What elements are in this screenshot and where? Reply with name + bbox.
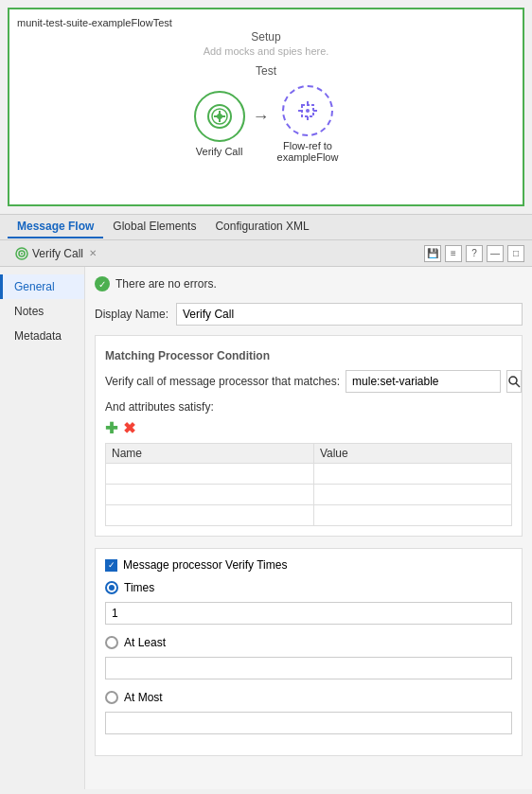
sidebar-item-metadata[interactable]: Metadata xyxy=(0,324,84,348)
action-btns: ✚ ✖ xyxy=(105,419,512,437)
status-text: There are no errors. xyxy=(115,277,217,291)
add-attribute-btn[interactable]: ✚ xyxy=(105,419,117,437)
tab-global-elements[interactable]: Global Elements xyxy=(103,216,205,238)
flow-arrow: → xyxy=(253,107,270,127)
svg-point-4 xyxy=(217,114,222,119)
canvas-setup-label: Setup xyxy=(17,30,515,44)
table-row xyxy=(106,464,512,485)
canvas-test-label: Test xyxy=(17,64,515,78)
at-least-label: At Least xyxy=(124,636,166,649)
sidebar-item-general[interactable]: General xyxy=(0,274,84,299)
sidebar: General Notes Metadata xyxy=(0,267,85,789)
times-input[interactable] xyxy=(105,602,512,625)
at-most-label: At Most xyxy=(124,691,163,704)
matching-area: Matching Processor Condition Verify call… xyxy=(95,335,523,537)
at-least-input[interactable] xyxy=(105,657,512,679)
svg-point-13 xyxy=(21,253,23,255)
maximize-icon-btn[interactable]: □ xyxy=(507,245,524,262)
verify-times-checkbox-row: ✓ Message processor Verify Times xyxy=(105,558,512,572)
search-btn[interactable] xyxy=(506,370,522,393)
sidebar-item-notes[interactable]: Notes xyxy=(0,299,84,324)
table-cell-name-2[interactable] xyxy=(106,485,314,505)
panel-tab-title: Verify Call xyxy=(32,247,83,260)
svg-point-10 xyxy=(306,109,310,113)
flowref-icon xyxy=(294,97,321,124)
main-content: ✓ There are no errors. Display Name: Mat… xyxy=(85,267,532,789)
table-row xyxy=(106,505,512,526)
panel-icons: 💾 ≡ ? — □ xyxy=(424,245,524,262)
processor-input[interactable] xyxy=(346,370,501,393)
at-most-radio-row: At Most xyxy=(105,691,512,704)
status-icon: ✓ xyxy=(95,276,110,291)
flowref-circle xyxy=(282,85,333,136)
table-header-name: Name xyxy=(106,444,314,464)
verify-times-checkbox[interactable]: ✓ xyxy=(105,559,117,572)
table-cell-value-2[interactable] xyxy=(313,485,511,505)
table-cell-value-3[interactable] xyxy=(313,505,511,526)
verify-times-label: Message processor Verify Times xyxy=(123,558,287,572)
and-attributes-label: And attributes satisfy: xyxy=(105,400,512,414)
display-name-row: Display Name: xyxy=(95,303,523,326)
minimize-icon-btn[interactable]: — xyxy=(487,245,504,262)
filter-icon-btn[interactable]: ≡ xyxy=(445,245,462,262)
verify-call-circle xyxy=(194,91,245,142)
display-name-label: Display Name: xyxy=(95,308,168,321)
tab-configuration-xml[interactable]: Configuration XML xyxy=(205,216,318,238)
at-most-section: At Most xyxy=(105,691,512,734)
panel-tab-label: Verify Call ✕ xyxy=(8,243,104,264)
table-cell-name-3[interactable] xyxy=(106,505,314,526)
panel-header: Verify Call ✕ 💾 ≡ ? — □ xyxy=(0,240,532,267)
svg-point-14 xyxy=(509,377,517,384)
times-radio-row: Times xyxy=(105,581,512,594)
panel-tab-icon xyxy=(15,247,28,260)
delete-attribute-btn[interactable]: ✖ xyxy=(123,419,135,437)
attributes-table: Name Value xyxy=(105,443,512,526)
at-least-section: At Least xyxy=(105,636,512,679)
verify-call-label: Verify Call xyxy=(196,146,243,157)
help-icon-btn[interactable]: ? xyxy=(466,245,483,262)
flowref-label: Flow-ref to exampleFlow xyxy=(277,140,339,163)
at-most-input[interactable] xyxy=(105,712,512,734)
canvas-title: munit-test-suite-exampleFlowTest xyxy=(17,17,515,28)
flowref-node[interactable]: Flow-ref to exampleFlow xyxy=(277,85,339,163)
display-name-input[interactable] xyxy=(176,303,523,326)
table-row xyxy=(106,485,512,505)
times-radio[interactable] xyxy=(105,581,118,594)
at-least-radio-row: At Least xyxy=(105,636,512,649)
table-cell-name-1[interactable] xyxy=(106,464,314,485)
times-section: Times xyxy=(105,581,512,625)
at-most-radio[interactable] xyxy=(105,691,118,704)
times-label: Times xyxy=(124,581,154,594)
matching-section-title: Matching Processor Condition xyxy=(105,349,512,362)
verify-call-icon xyxy=(206,103,233,130)
save-icon-btn[interactable]: 💾 xyxy=(424,245,441,262)
verify-times-section: ✓ Message processor Verify Times Times xyxy=(95,548,523,756)
verify-call-node[interactable]: Verify Call xyxy=(194,91,245,157)
at-least-radio[interactable] xyxy=(105,636,118,649)
panel-close-btn[interactable]: ✕ xyxy=(89,248,97,258)
panel: Verify Call ✕ 💾 ≡ ? — □ General Notes Me… xyxy=(0,240,532,789)
search-icon xyxy=(507,375,521,388)
tabs-bar: Message Flow Global Elements Configurati… xyxy=(0,214,532,240)
table-cell-value-1[interactable] xyxy=(313,464,511,485)
matching-row: Verify call of message processor that ma… xyxy=(105,370,512,393)
tab-message-flow[interactable]: Message Flow xyxy=(8,216,103,238)
canvas-area: munit-test-suite-exampleFlowTest Setup A… xyxy=(8,8,524,206)
table-header-value: Value xyxy=(313,444,511,464)
canvas-flow: Verify Call → Flow-ref to exampleFlow xyxy=(17,85,515,163)
svg-line-15 xyxy=(516,383,520,387)
verify-call-label-text: Verify call of message processor that ma… xyxy=(105,375,340,388)
status-bar: ✓ There are no errors. xyxy=(95,276,523,291)
canvas-mock-text: Add mocks and spies here. xyxy=(17,45,515,57)
